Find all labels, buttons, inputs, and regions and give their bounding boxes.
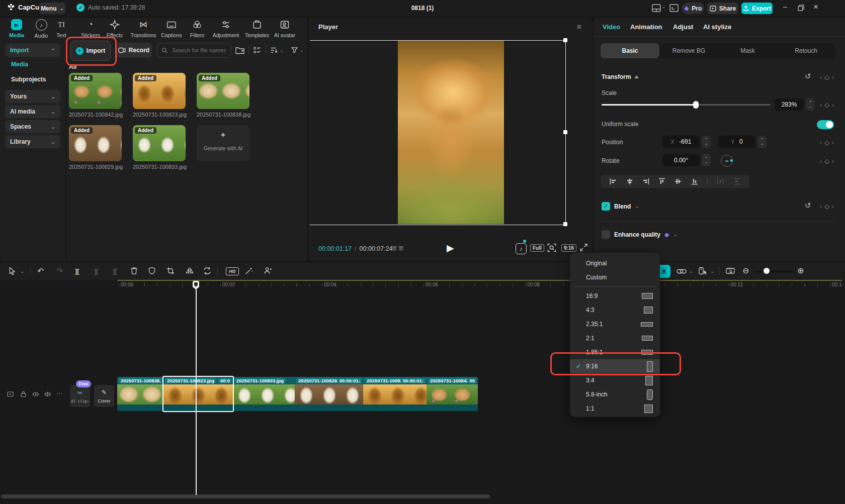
full-screen-toggle[interactable]: Full	[530, 244, 544, 252]
ratio-option-custom[interactable]: Custom	[570, 270, 660, 284]
position-y-field[interactable]: Y 0	[718, 136, 755, 148]
transform-header[interactable]: Transform	[602, 73, 639, 80]
lock-track-icon[interactable]	[20, 391, 27, 397]
tab-effects[interactable]: Effects	[100, 19, 130, 38]
redo-icon[interactable]: ↷	[56, 266, 63, 276]
mute-track-icon[interactable]	[44, 391, 51, 397]
position-keyframe-controls[interactable]: ‹◇›	[820, 139, 834, 146]
new-folder-icon[interactable]	[235, 46, 244, 54]
align-bottom-icon[interactable]	[691, 178, 698, 185]
scale-keyframe-controls[interactable]: ‹◇›	[820, 101, 834, 109]
timeline-scrollbar[interactable]	[1, 494, 490, 498]
ratio-option-3-4[interactable]: 3:4	[570, 373, 660, 387]
search-input[interactable]	[171, 47, 227, 54]
sidebar-item-yours[interactable]: Yours ⌄	[5, 90, 60, 103]
distribute-vertical-icon[interactable]	[733, 178, 740, 185]
media-thumb-100833[interactable]: Added	[133, 125, 186, 161]
timeline-clip-3[interactable]: 20250731-100833.jpg	[233, 377, 295, 411]
extract-person-icon[interactable]	[264, 266, 272, 275]
focus-zoom-icon[interactable]	[547, 243, 556, 252]
blend-keyframe-controls[interactable]: ‹◇›	[820, 203, 834, 210]
split-icon[interactable]: ][	[75, 267, 79, 275]
align-center-horizontal-icon[interactable]	[626, 178, 633, 185]
reset-icon[interactable]: ↺	[805, 72, 811, 81]
position-y-stepper[interactable]: ⌃⌄	[757, 136, 767, 148]
tab-transitions[interactable]: ⋈ Transitions	[128, 19, 158, 38]
sidebar-item-ai-media[interactable]: AI media ⌄	[5, 105, 60, 118]
position-x-stepper[interactable]: ⌃⌄	[702, 136, 711, 148]
chevron-down-icon[interactable]: ⌄	[710, 268, 714, 274]
selection-handle-top-right[interactable]	[563, 38, 567, 42]
blend-reset-icon[interactable]: ↺	[805, 201, 811, 210]
linked-selection-icon[interactable]	[699, 267, 708, 275]
align-middle-icon[interactable]	[674, 178, 682, 185]
subtab-retouch[interactable]: Retouch	[777, 43, 835, 58]
magic-wand-icon[interactable]	[245, 266, 254, 275]
minimize-button[interactable]: –	[783, 3, 787, 11]
tab-animation[interactable]: Animation	[630, 23, 662, 31]
tab-ai-avatar[interactable]: AI avatar	[270, 19, 300, 38]
split-left-icon[interactable]: ][	[94, 267, 99, 275]
chevron-down-icon[interactable]: ⌄	[635, 204, 639, 209]
track-more-icon[interactable]: ⋯	[56, 390, 62, 397]
sidebar-item-spaces[interactable]: Spaces ⌄	[5, 120, 60, 133]
enhance-quality-checkbox[interactable]	[602, 230, 610, 239]
sidebar-item-import[interactable]: Import ⌃	[5, 44, 60, 57]
rotate-keyframe-controls[interactable]: ‹◇›	[820, 157, 834, 165]
sidebar-item-library[interactable]: Library ⌄	[5, 135, 60, 148]
mask-shield-icon[interactable]	[148, 267, 155, 275]
cover-button[interactable]: ✎ Cover	[94, 385, 114, 407]
zoom-out-icon[interactable]: ⊖	[742, 266, 749, 275]
tab-ai-stylize[interactable]: AI stylize	[703, 23, 731, 31]
playlist-icon[interactable]: ≣≣	[392, 244, 405, 252]
playhead-line[interactable]	[196, 281, 197, 495]
tab-templates[interactable]: Templates	[242, 19, 272, 38]
share-button[interactable]: Share	[707, 3, 738, 14]
media-thumb-100823[interactable]: Added	[133, 73, 186, 109]
search-box[interactable]	[157, 43, 231, 58]
hd-icon[interactable]: HD	[226, 267, 239, 275]
replace-icon[interactable]	[203, 267, 211, 275]
tab-adjust[interactable]: Adjust	[673, 23, 693, 31]
scale-stepper[interactable]: ⌃⌄	[806, 98, 815, 111]
media-thumb-100838[interactable]: Added	[197, 73, 249, 109]
ratio-option-5-8-inch[interactable]: 5.8-inch	[570, 387, 660, 401]
ratio-option-16-9[interactable]: 16:9	[570, 289, 660, 303]
ratio-option-2-1[interactable]: 2:1	[570, 331, 660, 345]
subtab-basic[interactable]: Basic	[601, 43, 659, 58]
layout-toggle-icon[interactable]	[652, 4, 661, 12]
ratio-option-original[interactable]: Original	[570, 256, 660, 270]
ratio-option-2-35-1[interactable]: 2.35:1	[570, 317, 660, 331]
play-button[interactable]: ▶	[447, 242, 454, 254]
menu-button[interactable]: Menu ⌄	[39, 3, 65, 14]
link-clips-icon[interactable]	[677, 268, 687, 274]
align-right-icon[interactable]	[642, 178, 649, 185]
player-canvas[interactable]	[398, 41, 504, 224]
tab-text[interactable]: TI Text	[46, 19, 76, 38]
cursor-mode-chevron-icon[interactable]: ⌄	[20, 268, 24, 274]
scale-value[interactable]: 283%	[775, 98, 804, 111]
timeline-zoom-slider-track[interactable]	[756, 271, 792, 272]
aspect-ratio-button[interactable]: 9:16	[561, 244, 576, 252]
subtab-remove-bg[interactable]: Remove BG	[659, 43, 718, 58]
preview-axis-icon[interactable]	[726, 267, 735, 275]
media-thumb-100829[interactable]: Added	[69, 125, 122, 161]
expand-fullscreen-icon[interactable]	[579, 243, 588, 252]
chevron-down-icon[interactable]: ⌄	[689, 268, 693, 274]
undo-icon[interactable]: ↶	[37, 266, 44, 276]
record-button[interactable]: Record	[116, 43, 152, 58]
media-thumb-100842[interactable]: Added	[69, 73, 122, 109]
crop-icon[interactable]	[166, 267, 175, 275]
pro-button[interactable]: ◆ Pro	[682, 3, 704, 14]
tab-video[interactable]: Video	[603, 23, 620, 31]
restore-button[interactable]	[798, 5, 804, 11]
panel-toggle-icon[interactable]	[669, 4, 679, 12]
selection-handle-bottom-right[interactable]	[563, 222, 567, 226]
tab-adjustment[interactable]: Adjustment	[211, 19, 241, 38]
ratio-option-1-1[interactable]: 1:1	[570, 401, 660, 416]
selection-handle-right[interactable]	[563, 130, 567, 134]
rotate-dial[interactable]: –	[721, 155, 733, 167]
select-cursor-icon[interactable]	[9, 267, 16, 275]
timeline-clip-5[interactable]: 20250731-100823.jpg 00:00:01:	[363, 377, 427, 411]
zoom-in-icon[interactable]: ⊕	[797, 266, 804, 275]
